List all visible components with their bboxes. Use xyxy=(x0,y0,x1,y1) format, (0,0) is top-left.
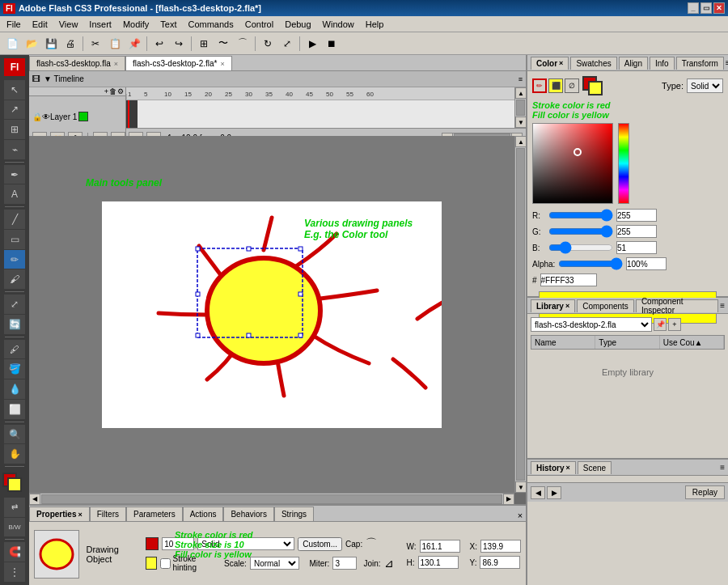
b-input[interactable] xyxy=(616,241,657,254)
stop-button[interactable]: ⏹ xyxy=(323,35,341,53)
arrow-tool[interactable]: ↖ xyxy=(4,80,25,100)
scroll-thumb[interactable] xyxy=(516,100,525,116)
props-tab-filters[interactable]: Filters xyxy=(90,507,126,521)
scene-tab[interactable]: Scene xyxy=(578,461,612,474)
stroke-color-btn[interactable] xyxy=(146,537,159,550)
eraser-tool[interactable]: ⬜ xyxy=(4,400,25,419)
options-btn[interactable]: ⋮ xyxy=(4,562,25,582)
g-input[interactable] xyxy=(616,225,657,238)
redo-button[interactable]: ↪ xyxy=(170,35,188,53)
lock-icon[interactable]: 🔒 xyxy=(32,112,42,121)
rotate-button[interactable]: ↻ xyxy=(259,35,277,53)
history-tab[interactable]: History × xyxy=(531,461,576,474)
swatches-tab[interactable]: Swatches xyxy=(570,57,616,70)
color-tab-close[interactable]: × xyxy=(559,59,563,67)
props-tab-actions[interactable]: Actions xyxy=(183,507,224,521)
open-button[interactable]: 📂 xyxy=(23,35,40,53)
drawing-canvas[interactable] xyxy=(102,201,442,428)
swap-colors[interactable]: ⇄ xyxy=(4,498,25,517)
menu-commands[interactable]: Commands xyxy=(183,18,238,31)
menu-help[interactable]: Help xyxy=(361,18,389,31)
props-tab-behaviors[interactable]: Behaviors xyxy=(223,507,273,521)
r-input[interactable] xyxy=(616,209,657,222)
menu-window[interactable]: Window xyxy=(318,18,359,31)
scroll-up-arrow[interactable]: ▲ xyxy=(515,87,526,99)
props-tab-properties[interactable]: Properties × xyxy=(29,507,90,521)
hist-back-btn[interactable]: ◀ xyxy=(531,486,545,499)
free-transform-btn[interactable]: ⤢ xyxy=(4,295,25,314)
snap-button[interactable]: ⊞ xyxy=(195,35,213,53)
menu-edit[interactable]: Edit xyxy=(28,18,53,31)
join-selector[interactable]: ⊿ xyxy=(384,557,394,570)
delete-layer-btn[interactable]: 🗑 xyxy=(109,87,116,95)
alpha-slider[interactable] xyxy=(558,259,623,269)
stage-scroll-up[interactable]: ▲ xyxy=(515,136,526,147)
new-button[interactable]: 📄 xyxy=(3,35,21,53)
fill-swatch-color[interactable] xyxy=(588,81,603,95)
stage-scroll-down[interactable]: ▼ xyxy=(515,481,526,493)
snap-to-objects[interactable]: 🧲 xyxy=(4,542,25,562)
rect-tool[interactable]: ▭ xyxy=(4,230,25,249)
alpha-input[interactable] xyxy=(626,257,667,270)
timeline-options[interactable]: ≡ xyxy=(518,75,523,83)
menu-view[interactable]: View xyxy=(54,18,83,31)
add-layer-btn[interactable]: + xyxy=(104,87,108,95)
eyedropper-tool[interactable]: 💧 xyxy=(4,379,25,399)
timeline-vscroll[interactable]: ▲ ▼ xyxy=(514,87,526,128)
stroke-mode-icon[interactable]: ✏ xyxy=(532,78,547,93)
props-tab-parameters[interactable]: Parameters xyxy=(126,507,183,521)
line-tool[interactable]: ╱ xyxy=(4,210,25,229)
stage-vthumb[interactable] xyxy=(516,148,525,481)
paint-bucket-tool[interactable]: 🪣 xyxy=(4,359,25,379)
stage-vscroll[interactable]: ▲ ▼ xyxy=(514,136,526,493)
hist-options-btn[interactable]: ≡ xyxy=(720,463,725,472)
pencil-tool active[interactable]: ✏ xyxy=(4,250,25,269)
hist-forward-btn[interactable]: ▶ xyxy=(547,486,561,499)
zoom-tool[interactable]: 🔍 xyxy=(4,425,25,444)
stage-hscroll[interactable]: ◀ ▶ xyxy=(29,493,514,504)
library-file-select[interactable]: flash-cs3-desktop-2.fla xyxy=(531,317,652,332)
hand-tool[interactable]: ✋ xyxy=(4,444,25,464)
default-colors[interactable]: B/W xyxy=(4,518,25,537)
ink-bottle-tool[interactable]: 🖋 xyxy=(4,340,25,359)
minimize-button[interactable]: _ xyxy=(688,2,699,14)
custom-btn[interactable]: Custom... xyxy=(298,537,342,551)
lasso-tool[interactable]: ⌁ xyxy=(4,140,25,159)
g-slider[interactable] xyxy=(548,227,613,236)
gradient-picker[interactable] xyxy=(532,123,613,204)
free-transform-tool[interactable]: ⊞ xyxy=(4,120,25,139)
undo-button[interactable]: ↩ xyxy=(150,35,168,53)
info-tab[interactable]: Info xyxy=(650,57,675,70)
no-color-icon[interactable]: ∅ xyxy=(565,78,579,93)
props-panel-close[interactable]: × xyxy=(514,510,526,521)
doc-tab-2-close[interactable]: × xyxy=(220,60,224,68)
component-inspector-tab[interactable]: Component Inspector xyxy=(636,299,718,312)
save-button[interactable]: 💾 xyxy=(42,35,60,53)
components-tab[interactable]: Components xyxy=(577,299,634,312)
lib-tab-close[interactable]: × xyxy=(565,302,569,310)
replay-button[interactable]: Replay xyxy=(685,485,725,499)
x-input[interactable] xyxy=(480,540,521,553)
b-slider[interactable] xyxy=(548,243,613,252)
document-tab-2[interactable]: flash-cs3-desktop-2.fla* × xyxy=(125,56,232,70)
scroll-down-arrow[interactable]: ▼ xyxy=(515,117,526,128)
stage-scroll-left[interactable]: ◀ xyxy=(29,494,40,505)
stage-scroll-right[interactable]: ▶ xyxy=(503,494,514,505)
stage-hthumb[interactable] xyxy=(41,494,502,504)
pen-tool[interactable]: ✒ xyxy=(4,165,25,184)
miter-input[interactable] xyxy=(332,557,357,570)
paste-button[interactable]: 📌 xyxy=(125,35,143,53)
height-input[interactable] xyxy=(418,556,459,569)
scale-button[interactable]: ⤢ xyxy=(278,35,296,53)
library-tab[interactable]: Library × xyxy=(531,299,575,312)
layer-name-label[interactable]: Layer 1 xyxy=(50,112,77,121)
cut-button[interactable]: ✂ xyxy=(87,35,104,53)
fill-color-btn[interactable] xyxy=(146,557,157,570)
cap-selector[interactable]: ⌒ xyxy=(366,536,377,551)
restore-button[interactable]: ▭ xyxy=(700,2,712,14)
print-button[interactable]: 🖨 xyxy=(61,35,79,53)
y-input[interactable] xyxy=(480,556,520,569)
copy-button[interactable]: 📋 xyxy=(106,35,124,53)
hist-tab-close[interactable]: × xyxy=(565,464,569,472)
doc-tab-1-close[interactable]: × xyxy=(114,60,118,68)
